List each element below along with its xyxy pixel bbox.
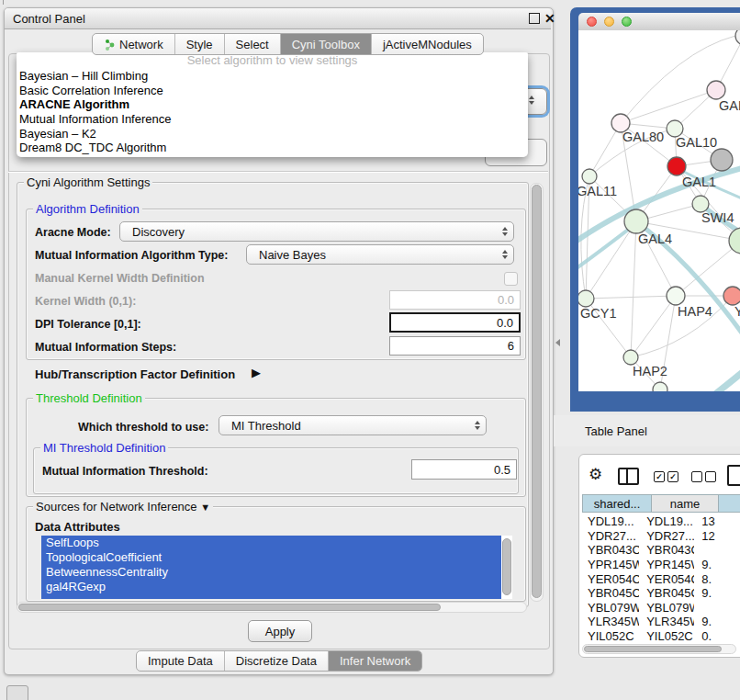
mi-algorithm-type-combo[interactable]: Naive Bayes (246, 244, 514, 265)
aracne-mode-combo[interactable]: Discovery (119, 221, 514, 242)
tab-infer-network[interactable]: Infer Network (329, 651, 421, 671)
table-row[interactable]: YDL19...YDL19...13 (582, 514, 740, 529)
network-node-n-bot[interactable] (653, 382, 667, 391)
select-all-rows-icon[interactable]: ✓ ✓ (654, 471, 678, 482)
algorithm-option[interactable]: Dream8 DC_TDC Algorithm (17, 141, 528, 155)
table-cell: YBR043C (582, 543, 639, 557)
network-edge-thick[interactable] (696, 352, 740, 391)
table-row[interactable]: YPR145WYPR145W9. (582, 558, 740, 572)
close-panel-icon[interactable]: ✕ (544, 11, 555, 26)
network-node-salmon-node[interactable] (723, 287, 740, 305)
column-header-shared-name[interactable]: shared... (582, 494, 652, 513)
collapse-arrow-icon[interactable]: ▼ (200, 502, 210, 513)
network-node-gal-pink[interactable] (707, 81, 725, 99)
close-window-icon[interactable] (587, 17, 597, 27)
table-cell: 9. (694, 615, 740, 628)
network-node-gal4[interactable] (624, 209, 648, 233)
table-row[interactable]: YBR043CYBR043C (582, 543, 740, 558)
tab-network[interactable]: Network (93, 34, 175, 54)
network-edge[interactable] (631, 221, 636, 357)
splitter-collapse-icon[interactable] (555, 339, 560, 346)
gear-icon[interactable]: ⚙ (589, 465, 602, 484)
tab-impute-data[interactable]: Impute Data (137, 651, 225, 671)
kernel-width-field[interactable]: 0.0 (389, 290, 521, 310)
cyni-bottom-tabbar: Impute Data Discretize Data Infer Networ… (136, 650, 422, 672)
table-row[interactable]: YBL079WYBL079W (582, 601, 740, 615)
network-canvas[interactable]: GALGAL80GAL10GAL1GAL11SWI4GAL4GCY1HAP4YH… (578, 30, 740, 391)
attribute-item-selected[interactable]: SelfLoops (41, 536, 501, 550)
attribute-item-selected[interactable]: TopologicalCoefficient (41, 550, 501, 565)
table-row[interactable]: YDR27...YDR27...12 (582, 529, 740, 544)
network-node-label: SWI4 (701, 210, 734, 225)
table-row[interactable]: YER054CYER054C8. (582, 571, 740, 586)
tab-discretize-data[interactable]: Discretize Data (225, 651, 329, 671)
network-edge[interactable] (586, 296, 676, 299)
network-node-label: GCY1 (580, 306, 617, 321)
mi-steps-field[interactable]: 6 (389, 336, 521, 356)
table-cell: YDR27... (639, 529, 694, 543)
network-node-gal11[interactable] (582, 169, 597, 184)
cyni-algorithm-settings-title: Cyni Algorithm Settings (24, 175, 152, 189)
algorithm-option[interactable]: Basic Correlation Inference (17, 84, 528, 98)
table-row[interactable]: YBR045CYBR045C9. (582, 586, 740, 601)
algorithm-option[interactable]: Bayesian – Hill Climbing (17, 69, 528, 84)
tab-style[interactable]: Style (175, 34, 225, 54)
expand-arrow-icon[interactable]: ▶ (252, 366, 261, 379)
deselect-all-rows-icon[interactable] (691, 471, 716, 482)
control-panel-title: Control Panel (13, 12, 85, 26)
table-cell: YBR045C (582, 586, 639, 600)
algorithm-option-highlighted[interactable]: ARACNE Algorithm (17, 97, 528, 112)
network-node-gal1[interactable] (667, 157, 686, 175)
network-edge[interactable] (631, 296, 676, 357)
file-icon[interactable] (727, 465, 740, 486)
aracne-mode-label: Aracne Mode: (35, 226, 111, 239)
mi-threshold-definition-title: MI Threshold Definition (40, 441, 168, 455)
table-hscrollbar-thumb[interactable] (584, 646, 722, 652)
table-row[interactable]: YLR345WYLR345W9. (582, 615, 740, 629)
network-node-n-top[interactable] (735, 30, 740, 45)
mi-threshold-field[interactable]: 0.5 (411, 459, 517, 480)
float-panel-icon[interactable] (529, 13, 540, 24)
table-cell: 8. (694, 572, 740, 586)
minimized-panel-icon[interactable] (6, 685, 28, 700)
dpi-tolerance-field[interactable]: 0.0 (389, 312, 521, 333)
table-cell: 9. (694, 586, 740, 600)
attributes-vscrollbar-thumb[interactable] (502, 538, 511, 595)
network-node-gcy1[interactable] (578, 290, 594, 307)
table-cell: YDR27... (582, 529, 639, 543)
network-node-gray-node[interactable] (711, 149, 733, 171)
table-cell: YPR145W (639, 558, 694, 571)
stepper-arrows-icon (502, 250, 508, 259)
table-cell: YDL19... (582, 514, 639, 528)
which-threshold-combo[interactable]: MI Threshold (219, 415, 487, 435)
zoom-window-icon[interactable] (622, 17, 632, 27)
apply-button[interactable]: Apply (248, 620, 312, 642)
network-node-label: Y (734, 304, 740, 319)
mi-algorithm-type-label: Mutual Information Algorithm Type: (35, 249, 228, 262)
algorithm-option[interactable]: Bayesian – K2 (17, 127, 528, 141)
network-node-hap2[interactable] (623, 350, 638, 365)
attribute-item-selected[interactable]: BetweennessCentrality (41, 565, 501, 580)
settings-vscrollbar-thumb[interactable] (532, 185, 542, 598)
tab-select[interactable]: Select (225, 34, 281, 54)
sources-title: Sources for Network Inference ▼ (33, 500, 213, 514)
table-cell: YLR345W (639, 615, 694, 628)
column-header-partial[interactable] (719, 494, 740, 513)
table-cell: YER054C (639, 572, 694, 586)
table-rows: YDL19...YDL19...13YDR27...YDR27...12YBR0… (582, 514, 740, 641)
manual-kernel-checkbox[interactable] (504, 272, 518, 286)
column-header-name[interactable]: name (652, 494, 719, 513)
tab-jactivemnodules[interactable]: jActiveMNodules (372, 34, 483, 54)
algorithm-option[interactable]: Mutual Information Inference (17, 112, 528, 127)
column-layout-icon[interactable] (618, 468, 639, 485)
settings-hscrollbar-thumb[interactable] (18, 604, 441, 611)
tab-cyni-toolbox[interactable]: Cyni Toolbox (281, 34, 372, 54)
threshold-definition-title: Threshold Definition (33, 391, 145, 405)
hub-definition-label: Hub/Transcription Factor Definition (35, 367, 235, 381)
attribute-item-selected[interactable]: gal4RGexp (41, 580, 501, 594)
minimize-window-icon[interactable] (604, 17, 614, 27)
table-row[interactable]: YIL052CYIL052C0. (582, 629, 740, 641)
network-node-hap4[interactable] (667, 287, 685, 305)
control-panel-titlebar: Control Panel (5, 8, 551, 29)
stepper-arrows-icon (475, 421, 480, 430)
